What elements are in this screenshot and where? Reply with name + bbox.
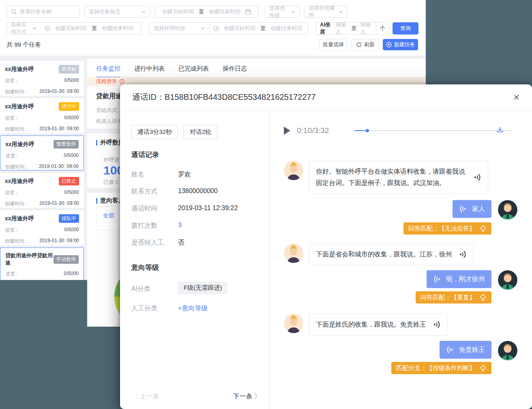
task-created: 2019-01-30: 09:00 (39, 164, 79, 170)
call-id-title: 通话ID：B158B10FB443D8CE5534821625172277 (132, 92, 316, 103)
ai-seat-max-input[interactable]: 请输入 (360, 21, 372, 36)
ai-seat-min-input[interactable]: 请输入 (336, 21, 348, 36)
bot-message-row: 下面是姓氏的收集，跟我说。免贵姓王 (284, 314, 517, 336)
sound-playing-icon[interactable] (458, 250, 467, 259)
chevron-down-icon (339, 10, 343, 14)
user-message-text: 免贵姓王 (459, 344, 485, 355)
seek-knob[interactable] (366, 129, 369, 132)
user-bubble: 呃，刚才徐州 (427, 270, 491, 288)
eraser-icon[interactable] (479, 364, 487, 372)
warning-text: 流程异常 (96, 78, 117, 85)
ai-seat-label: AI坐席 (320, 21, 332, 36)
tab-completed-list[interactable]: 已完成列表 (178, 65, 209, 77)
eraser-icon[interactable] (479, 225, 487, 232)
start-mode-date-range[interactable]: 创建开始时间 至 创建结束时间 (41, 22, 141, 34)
ai-class-tag: F级(无需跟进) (178, 282, 227, 294)
intent-tab-all[interactable]: 全部 (103, 212, 114, 220)
sound-playing-icon[interactable] (432, 320, 441, 329)
ai-seat-unit: 个 (376, 22, 389, 34)
phone-number: 13800000000 (178, 187, 218, 196)
user-bubble: 免贵姓王 (440, 341, 491, 359)
match-tag-row: 问答匹配：【重复】 (284, 291, 517, 304)
tab-in-progress-list[interactable]: 进行中列表 (134, 65, 165, 77)
task-card[interactable]: xx用途外呼进行中 进度：0/5000 创建时间：2019-01-30: 09:… (0, 98, 84, 133)
conversation-pane: 0:10/3:32 你好。智能外呼平台在做实体语料收集，请跟着我说固定台词。下面… (270, 110, 532, 409)
eraser-icon[interactable] (479, 294, 487, 301)
record-pager: 〈 上一条 下一条 〉 (120, 384, 270, 409)
task-card-selected[interactable]: 贷款用途外呼贷款用途手动暂停 进度：0/5000 创建时间：2019-01-30… (0, 248, 84, 282)
task-card[interactable]: xx用途外呼未开始 进度：0/5000 创建时间：2019-01-30: 09:… (0, 61, 84, 96)
call-detail-modal: 通话ID：B158B10FB443D8CE5534821625172277 ✕ … (120, 84, 532, 409)
tab-task-monitor[interactable]: 任务监控 (96, 65, 120, 77)
user-message-text: 呃，刚才徐州 (446, 274, 485, 284)
play-icon[interactable] (284, 127, 290, 135)
task-card[interactable]: xx用途外呼已终止 进度：0/5000 创建时间：2019-01-30: 09:… (0, 173, 84, 208)
batch-select-button[interactable]: 批量选择 (320, 39, 347, 50)
user-message-text: 家人 (472, 204, 485, 214)
task-card-selected[interactable]: xx用途外呼预警暂停 进度：0/5000 创建时间：2019-01-30: 09… (0, 136, 84, 170)
audio-player: 0:10/3:32 (284, 125, 517, 136)
task-card[interactable]: xx用途外呼排队中 进度：0/5000 创建时间：2019-01-30: 09:… (0, 210, 84, 245)
bot-message-text: 你好。智能外呼平台在做实体语料收集，请跟着我说固定台词。下面是例子，跟我说。武汉… (316, 166, 467, 189)
dial-count-link[interactable]: 3 (178, 222, 182, 230)
call-time: 2019-03-11 12:39:22 (178, 204, 238, 213)
intent-level-heading: 意向等级 (131, 263, 159, 272)
branch-match-tag: 匹配分支：【按键条件判断】 (391, 362, 491, 374)
user-message-row: 免贵姓王 (284, 341, 517, 360)
bot-avatar (284, 314, 303, 333)
download-icon[interactable] (496, 126, 504, 133)
user-bubble: 家人 (453, 200, 491, 218)
bot-message-text: 下面是省会和城市的收集，跟我说。江苏，徐州 (316, 249, 452, 260)
sound-playing-icon[interactable] (472, 173, 481, 182)
priority-select[interactable]: 选择优先级 (265, 6, 300, 18)
field-row: 人工分类 +意向等级 (131, 304, 259, 313)
bg-start-mode-label: 启动方式: (96, 107, 119, 114)
clock-icon (213, 26, 219, 31)
call-meta-tags: 通话3分32秒 对话2轮 (131, 125, 217, 139)
task-progress: 0/5000 (64, 189, 79, 196)
call-period-date-range[interactable]: 创建开始时间 至 创建结束时间 (209, 22, 308, 34)
match-tag-row: 回答匹配：【无法应答】 (284, 222, 517, 235)
transferred-to-human: 否 (178, 239, 184, 247)
user-avatar (498, 200, 517, 220)
close-icon[interactable]: ✕ (513, 93, 520, 101)
next-record-button[interactable]: 下一条 〉 (233, 392, 261, 401)
refresh-icon (356, 42, 362, 48)
dialog-rounds-tag: 对话2轮 (184, 125, 217, 139)
ai-seat-range[interactable]: AI坐席 请输入 至 请输入 个 (315, 22, 389, 34)
field-row: 联系方式 13800000000 (131, 187, 259, 196)
add-intent-level-link[interactable]: +意向等级 (178, 304, 208, 313)
task-name: xx用途外呼 (5, 66, 34, 73)
task-status-select[interactable]: 选择任务状态 (84, 6, 150, 18)
refresh-button[interactable]: 刷新 (352, 39, 379, 50)
status-badge: 预警暂停 (54, 140, 79, 149)
match-tag-row: 匹配分支：【按键条件判断】 (284, 362, 517, 374)
task-created: 2019-01-30: 09:00 (39, 88, 79, 95)
task-progress: 0/5000 (64, 271, 79, 278)
prev-record-button[interactable]: 〈 上一条 (131, 392, 159, 401)
field-row: 拨打次数 3 (131, 222, 259, 230)
seek-bar[interactable] (354, 130, 513, 131)
start-mode-select[interactable]: 选择启动方式 (6, 22, 41, 34)
voice-icon[interactable] (459, 204, 468, 213)
task-search-input[interactable]: 搜索任务名称 (6, 6, 79, 18)
user-avatar (498, 270, 517, 290)
new-task-button[interactable]: 新建任务 (383, 39, 418, 50)
task-name: 贷款用途外呼贷款用途 (5, 252, 54, 267)
tab-operation-log[interactable]: 操作日志 (223, 65, 247, 77)
bot-message-text: 下面是姓氏的收集，跟我说。免贵姓王 (316, 319, 426, 330)
voice-icon[interactable] (433, 275, 442, 284)
call-duration-tag: 通话3分32秒 (131, 125, 178, 139)
voice-icon[interactable] (446, 345, 455, 354)
bot-message-row: 你好。智能外呼平台在做实体语料收集，请跟着我说固定台词。下面是例子，跟我说。武汉… (284, 161, 517, 194)
bot-avatar (284, 161, 303, 180)
call-period-select[interactable]: 选择外呼时段 (149, 22, 209, 34)
info-icon[interactable] (119, 79, 125, 84)
task-name: xx用途外呼 (5, 141, 34, 148)
query-button[interactable]: 查询 (393, 22, 418, 34)
bot-message-row: 下面是省会和城市的收集，跟我说。江苏，徐州 (284, 243, 517, 265)
auto-redial-select[interactable]: 选择自动重呼 (304, 6, 347, 18)
bot-bubble: 下面是姓氏的收集，跟我说。免贵姓王 (309, 314, 448, 336)
canvas-cutout (0, 280, 87, 329)
create-date-range[interactable]: 创建开始时间 至 创建结束时间 (155, 6, 258, 18)
